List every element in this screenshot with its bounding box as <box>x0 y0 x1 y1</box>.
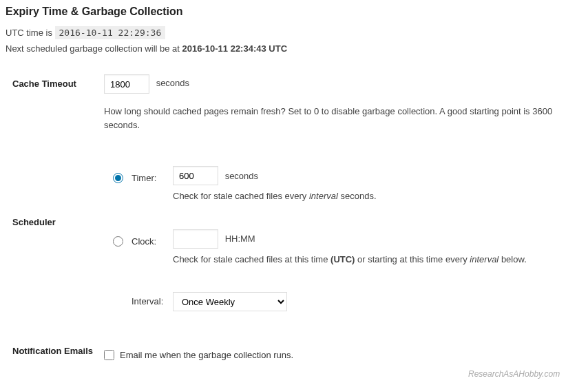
scheduler-timer-label: Timer: <box>132 166 173 183</box>
page-title: Expiry Time & Garbage Collection <box>6 6 582 18</box>
scheduler-timer-radio[interactable] <box>113 173 123 183</box>
scheduler-clock-help: Check for stale cached files at this tim… <box>173 253 582 267</box>
scheduler-timer-input[interactable] <box>173 166 218 185</box>
notification-checkbox[interactable] <box>104 350 114 360</box>
scheduler-clock-help-em: interval <box>470 254 498 264</box>
gc-prefix: Next scheduled garbage collection will b… <box>6 43 182 54</box>
gc-schedule-line: Next scheduled garbage collection will b… <box>6 43 582 54</box>
scheduler-timer-unit: seconds <box>225 171 258 181</box>
scheduler-clock-help-bold: (UTC) <box>330 254 355 264</box>
scheduler-clock-help-mid: or starting at this time every <box>355 254 470 264</box>
utc-prefix: UTC time is <box>6 28 55 38</box>
scheduler-timer-help: Check for stale cached files every inter… <box>173 189 582 203</box>
gc-timestamp: 2016-10-11 22:34:43 UTC <box>182 43 287 54</box>
cache-timeout-label: Cache Timeout <box>6 74 98 89</box>
notification-label: Notification Emails <box>6 346 98 356</box>
scheduler-clock-help-after: below. <box>498 254 526 264</box>
scheduler-timer-help-before: Check for stale cached files every <box>173 191 309 201</box>
cache-timeout-help: How long should cached pages remain fres… <box>104 105 572 132</box>
scheduler-timer-help-after: seconds. <box>338 191 377 201</box>
cache-timeout-input[interactable] <box>104 74 149 94</box>
scheduler-clock-label: Clock: <box>132 229 173 247</box>
watermark: ResearchAsAHobby.com <box>468 369 560 379</box>
scheduler-clock-input[interactable] <box>173 229 218 249</box>
cache-timeout-unit: seconds <box>156 78 189 88</box>
scheduler-clock-radio[interactable] <box>113 236 123 247</box>
utc-time-line: UTC time is 2016-10-11 22:29:36 <box>6 28 582 38</box>
scheduler-interval-label: Interval: <box>132 292 173 306</box>
scheduler-label: Scheduler <box>6 151 98 227</box>
scheduler-clock-unit: HH:MM <box>225 233 255 244</box>
notification-checkbox-label: Email me when the garbage collection run… <box>120 350 293 360</box>
scheduler-timer-help-em: interval <box>309 191 338 201</box>
scheduler-clock-help-before: Check for stale cached files at this tim… <box>173 254 330 264</box>
utc-timestamp: 2016-10-11 22:29:36 <box>55 26 166 39</box>
scheduler-interval-select[interactable]: Once Weekly <box>173 292 287 311</box>
